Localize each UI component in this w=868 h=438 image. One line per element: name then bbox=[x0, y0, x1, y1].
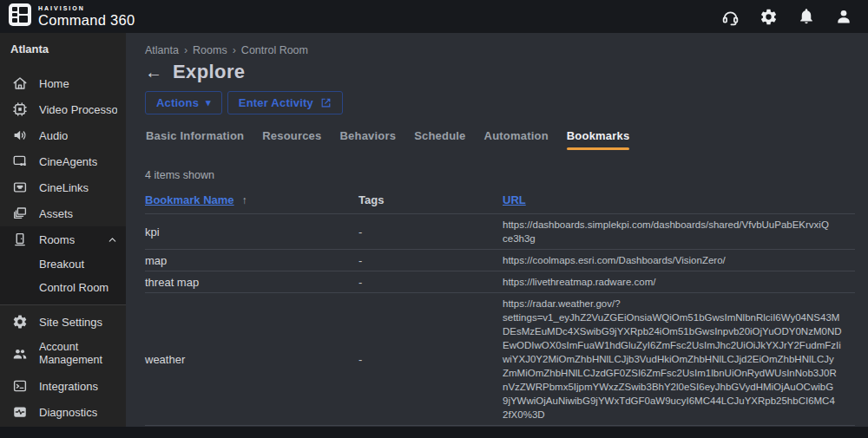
bookmark-url[interactable]: https://radar.weather.gov/? settings=v1_… bbox=[503, 297, 855, 422]
processor-chip-icon bbox=[12, 101, 28, 117]
sidebar-item-label: Rooms bbox=[39, 233, 75, 246]
sidebar-item-assets[interactable]: Assets bbox=[0, 200, 126, 226]
main-content: Atlanta › Rooms › Control Room ← Explore… bbox=[126, 33, 868, 427]
table-row: weather - https://radar.weather.gov/? se… bbox=[145, 293, 855, 426]
sidebar-item-label: Home bbox=[39, 77, 69, 90]
breadcrumb-atlanta[interactable]: Atlanta bbox=[145, 44, 179, 56]
sidebar-item-cineagents[interactable]: CineAgents bbox=[0, 148, 126, 174]
monitor-agent-icon bbox=[12, 154, 28, 169]
tab-schedule[interactable]: Schedule bbox=[413, 127, 466, 150]
layers-assets-icon bbox=[12, 206, 28, 221]
actions-button[interactable]: Actions ▾ bbox=[145, 91, 222, 114]
haivision-logo-icon bbox=[9, 3, 31, 29]
bookmark-tags: - bbox=[358, 276, 503, 289]
table-row: map - https://coolmaps.esri.com/Dashboar… bbox=[145, 250, 855, 271]
breadcrumb-separator: › bbox=[233, 44, 236, 56]
pulse-diagnostics-icon bbox=[12, 404, 28, 420]
settings-gear-icon[interactable] bbox=[760, 8, 778, 26]
topbar: HAIVISION Command 360 bbox=[0, 0, 868, 33]
product-name: Command 360 bbox=[38, 13, 135, 28]
bookmark-tags: - bbox=[358, 254, 503, 267]
external-link-icon bbox=[320, 97, 332, 108]
items-shown-count: 4 items shown bbox=[145, 169, 855, 181]
actions-button-label: Actions bbox=[156, 96, 199, 109]
sidebar-item-label: Account Management bbox=[39, 341, 117, 367]
notifications-bell-icon[interactable] bbox=[798, 8, 815, 25]
sidebar-item-video-processors[interactable]: Video Processors bbox=[0, 96, 126, 122]
enter-activity-button[interactable]: Enter Activity bbox=[227, 91, 343, 114]
breadcrumb-control-room[interactable]: Control Room bbox=[241, 44, 308, 56]
breadcrumb-rooms[interactable]: Rooms bbox=[193, 44, 227, 56]
bookmark-name: map bbox=[145, 254, 358, 267]
speaker-audio-icon bbox=[12, 127, 28, 143]
back-arrow-icon[interactable]: ← bbox=[145, 63, 162, 81]
user-account-icon[interactable] bbox=[835, 8, 852, 25]
column-header-bookmark-name[interactable]: Bookmark Name bbox=[145, 193, 234, 206]
site-name: Atlanta bbox=[0, 33, 126, 63]
sidebar-item-label: Assets bbox=[39, 207, 73, 220]
sort-ascending-icon[interactable]: ↑ bbox=[242, 194, 247, 206]
sidebar-item-rooms[interactable]: Rooms bbox=[0, 226, 126, 252]
tab-bookmarks[interactable]: Bookmarks bbox=[566, 127, 631, 150]
terminal-window-icon bbox=[12, 378, 28, 394]
sidebar-item-home[interactable]: Home bbox=[0, 70, 126, 96]
column-header-tags: Tags bbox=[358, 193, 503, 206]
bookmark-name: threat map bbox=[145, 276, 358, 289]
people-icon bbox=[12, 346, 28, 362]
breadcrumb: Atlanta › Rooms › Control Room bbox=[145, 44, 855, 56]
sidebar-item-label: Diagnostics bbox=[39, 406, 97, 419]
bookmark-url[interactable]: https://dashboards.simplekpi.com/dashboa… bbox=[503, 218, 855, 245]
caret-down-icon: ▾ bbox=[206, 97, 211, 108]
bookmark-name: kpi bbox=[145, 226, 358, 239]
sidebar-item-label: CineAgents bbox=[39, 155, 97, 168]
chevron-up-icon[interactable] bbox=[108, 235, 117, 245]
sidebar-item-label: Site Settings bbox=[39, 316, 102, 329]
sidebar-item-site-settings[interactable]: Site Settings bbox=[0, 309, 126, 335]
bookmark-name: weather bbox=[145, 353, 358, 366]
bookmark-tags: - bbox=[358, 353, 503, 366]
sidebar-item-audio[interactable]: Audio bbox=[0, 122, 126, 148]
enter-activity-button-label: Enter Activity bbox=[239, 96, 313, 109]
table-header-row: Bookmark Name ↑ Tags URL bbox=[145, 193, 855, 214]
tab-automation[interactable]: Automation bbox=[483, 127, 549, 150]
sidebar-item-label: Video Processors bbox=[39, 103, 117, 116]
bookmark-url[interactable]: https://coolmaps.esri.com/Dashboards/Vis… bbox=[503, 253, 855, 267]
bookmark-tags: - bbox=[358, 226, 503, 239]
sidebar-item-cinelinks[interactable]: CineLinks bbox=[0, 174, 126, 200]
brand-name: HAIVISION bbox=[38, 5, 135, 11]
table-row: kpi - https://dashboards.simplekpi.com/d… bbox=[145, 214, 855, 250]
page-title: Explore bbox=[173, 61, 246, 83]
sidebar-item-integrations[interactable]: Integrations bbox=[0, 373, 126, 399]
app-logo[interactable]: HAIVISION Command 360 bbox=[9, 3, 135, 29]
sidebar-item-label: Audio bbox=[39, 129, 68, 142]
sidebar-item-label: Integrations bbox=[39, 380, 98, 393]
sidebar: Atlanta Home Video Proce bbox=[0, 33, 126, 427]
bookmarks-table: Bookmark Name ↑ Tags URL kpi - https://d… bbox=[145, 193, 855, 426]
tab-bar: Basic Information Resources Behaviors Sc… bbox=[145, 127, 855, 150]
tab-basic-information[interactable]: Basic Information bbox=[145, 127, 245, 150]
tab-behaviors[interactable]: Behaviors bbox=[339, 127, 397, 150]
sidebar-item-diagnostics[interactable]: Diagnostics bbox=[0, 399, 126, 425]
sidebar-item-label: CineLinks bbox=[39, 181, 89, 194]
gear-icon bbox=[12, 314, 28, 330]
breadcrumb-separator: › bbox=[184, 44, 187, 56]
sidebar-subitem-breakout[interactable]: Breakout bbox=[0, 252, 126, 276]
home-icon bbox=[12, 75, 28, 91]
rooms-expanded-group: Rooms Breakout Control Room bbox=[0, 226, 126, 305]
ethernet-port-icon bbox=[12, 180, 28, 195]
bookmark-url[interactable]: https://livethreatmap.radware.com/ bbox=[503, 275, 855, 289]
sidebar-item-account-management[interactable]: Account Management bbox=[0, 335, 126, 373]
table-row: threat map - https://livethreatmap.radwa… bbox=[145, 271, 855, 293]
support-headset-icon[interactable] bbox=[721, 8, 740, 26]
column-header-url[interactable]: URL bbox=[503, 193, 855, 206]
sidebar-subitem-control-room[interactable]: Control Room bbox=[0, 276, 126, 299]
tab-resources[interactable]: Resources bbox=[261, 127, 322, 150]
door-room-icon bbox=[12, 232, 28, 247]
